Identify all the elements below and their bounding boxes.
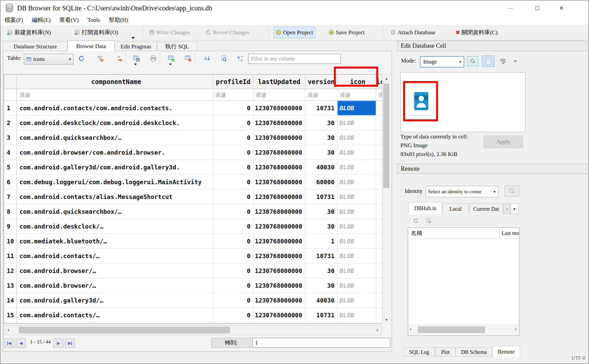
remote-tab-current-database[interactable]: Current Dat (469, 203, 503, 214)
filter-input-lastUpdated[interactable]: 過濾 (253, 89, 305, 101)
column-header-profileId[interactable]: profileId (213, 75, 253, 89)
cell-lastUpdated[interactable]: 1230768000000 (253, 116, 305, 130)
column-header-componentName[interactable]: componentName (17, 75, 213, 89)
scroll-left-icon[interactable]: ‹ (410, 326, 411, 332)
filter-input-componentName[interactable]: 過濾 (17, 89, 213, 101)
clear-sort-button[interactable] (115, 54, 123, 63)
cell-lastUpdated[interactable]: 1230768000000 (253, 160, 305, 175)
cell-profileId[interactable]: 0 (213, 116, 253, 130)
remote-clone-database-button[interactable] (424, 216, 433, 225)
cell-version[interactable]: 30 (305, 219, 338, 234)
cell-version[interactable]: 1 (305, 234, 338, 249)
cell-icon[interactable]: BLOB (338, 101, 376, 116)
encoding-status[interactable]: UTF-8 (568, 355, 585, 361)
filter-any-column-input[interactable] (248, 54, 341, 64)
close-database-button[interactable]: ✖ 關閉資料庫(C) (454, 27, 500, 38)
cell-icon[interactable]: BLOB (338, 308, 376, 323)
cell-icon[interactable]: BLOB (338, 293, 376, 308)
cell-componentName[interactable]: com.android.gallery3d/… (17, 293, 213, 308)
tab-browse-data[interactable]: Browse Data (68, 41, 115, 51)
maximize-button[interactable]: □ (527, 0, 548, 16)
cell-version[interactable]: 30 (305, 264, 338, 278)
cell-version[interactable]: 30 (305, 204, 338, 219)
cell-icon[interactable]: BLOB (338, 234, 376, 249)
next-record-button[interactable]: ▶ (53, 338, 64, 348)
cell-profileId[interactable]: 0 (213, 160, 253, 175)
cell-componentName[interactable]: com.mediatek.bluetooth/… (17, 234, 213, 249)
cell-lastUpdated[interactable]: 1230768000000 (253, 264, 305, 278)
cell-icon[interactable]: BLOB (338, 116, 376, 130)
cell-lastUpdated[interactable]: 1230768000000 (253, 219, 305, 234)
scroll-right-icon[interactable]: › (373, 325, 382, 335)
remote-list-column-lastmodified[interactable]: Last mo (499, 228, 519, 239)
grid-vertical-scrollbar[interactable]: ▴ ▾ (382, 74, 390, 324)
cell-icon[interactable]: BLOB (338, 264, 376, 278)
scroll-up-icon[interactable]: ▴ (382, 74, 391, 82)
cell-profileId[interactable]: 0 (213, 101, 253, 116)
table-select[interactable]: icons ▾ (24, 54, 74, 65)
cell-icon[interactable]: BLOB (338, 160, 376, 175)
export-dropdown-icon[interactable] (134, 64, 137, 65)
cell-icon[interactable]: BLOB (338, 219, 376, 234)
remote-list-column-name[interactable]: 名稱 (408, 228, 499, 239)
cell-componentName[interactable]: com.android.browser/… (17, 278, 213, 293)
menu-help[interactable]: 幫助(H) (105, 16, 133, 25)
open-database-dropdown-icon[interactable] (131, 37, 135, 39)
dock-tab-sql-log[interactable]: SQL Log (403, 347, 435, 357)
cell-lastUpdated[interactable]: 1230768000000 (253, 234, 305, 249)
grid-horizontal-scrollbar[interactable]: ‹ › (4, 325, 382, 335)
resize-grip[interactable]: ⋱ (585, 358, 588, 362)
tab-edit-pragmas[interactable]: Edit Pragmas (115, 42, 157, 51)
cell-profileId[interactable]: 0 (213, 264, 253, 278)
word-wrap-button[interactable] (497, 56, 509, 66)
cell-profileId[interactable]: 0 (213, 278, 253, 293)
cell-lastUpdated[interactable]: 1230768000000 (253, 293, 305, 308)
cell-profileId[interactable]: 0 (213, 190, 253, 204)
scroll-right-icon[interactable]: › (515, 326, 517, 332)
vertical-scroll-thumb[interactable] (383, 84, 389, 188)
goto-record-input[interactable] (252, 338, 390, 348)
cell-icon[interactable]: BLOB (338, 204, 376, 219)
cell-componentName[interactable]: com.android.gallery3d/com.android.galler… (17, 160, 213, 175)
cell-version[interactable]: 30 (305, 278, 338, 293)
cell-version[interactable]: 40030 (305, 293, 338, 308)
cell-lastUpdated[interactable]: 1230768000000 (253, 145, 305, 160)
tab-scroll-right-icon[interactable]: ▸ (511, 203, 519, 214)
cell-profileId[interactable]: 0 (213, 175, 253, 190)
clear-filters-button[interactable] (96, 54, 105, 63)
cell-lastUpdated[interactable]: 1230768000000 (253, 278, 305, 293)
remote-tab-dbhub[interactable]: DBHub.io (408, 202, 442, 214)
cell-componentName[interactable]: com.android.browser/… (17, 264, 213, 278)
column-header-version[interactable]: version (305, 75, 338, 89)
menu-edit[interactable]: 編輯(E) (28, 16, 55, 25)
cell-version[interactable]: 10731 (305, 101, 338, 116)
write-changes-button[interactable]: Write Changes (147, 27, 192, 38)
cell-lastUpdated[interactable]: 1230768000000 (253, 249, 305, 264)
tab-database-structure[interactable]: Database Structure (3, 42, 68, 51)
delete-record-button[interactable] (184, 54, 193, 63)
tab-execute-sql[interactable]: 執行 SQL (157, 42, 197, 51)
import-certificate-button[interactable] (505, 185, 519, 197)
revert-changes-button[interactable]: Revert Changes (203, 27, 251, 38)
cell-icon[interactable]: BLOB (338, 130, 376, 145)
close-button[interactable]: ✕ (551, 0, 572, 16)
column-header-lastUpdated[interactable]: lastUpdated (253, 75, 305, 89)
cell-version[interactable]: 30 (305, 116, 338, 130)
insert-record-dropdown-icon[interactable] (169, 64, 172, 65)
dock-tab-remote[interactable]: Remote (493, 346, 520, 357)
open-database-button[interactable]: 打開資料庫(O) (72, 27, 120, 38)
cell-lastUpdated[interactable]: 1230768000000 (253, 130, 305, 145)
cell-profileId[interactable]: 0 (213, 219, 253, 234)
cell-lastUpdated[interactable]: 1230768000000 (253, 175, 305, 190)
print-button[interactable] (149, 54, 158, 63)
save-project-button[interactable]: Save Project (326, 27, 366, 38)
toolbar-overflow-icon[interactable]: » (514, 57, 517, 64)
horizontal-scroll-thumb[interactable] (19, 327, 230, 333)
cell-profileId[interactable]: 0 (213, 308, 253, 323)
attach-database-button[interactable]: Attach Database (388, 27, 437, 38)
apply-button[interactable]: Apply (483, 135, 523, 148)
refresh-button[interactable] (77, 54, 86, 63)
new-database-button[interactable]: 新建資料庫(N) (5, 27, 53, 38)
previous-record-button[interactable]: ◀ (16, 338, 26, 348)
menu-view[interactable]: 查看(V) (55, 16, 83, 25)
